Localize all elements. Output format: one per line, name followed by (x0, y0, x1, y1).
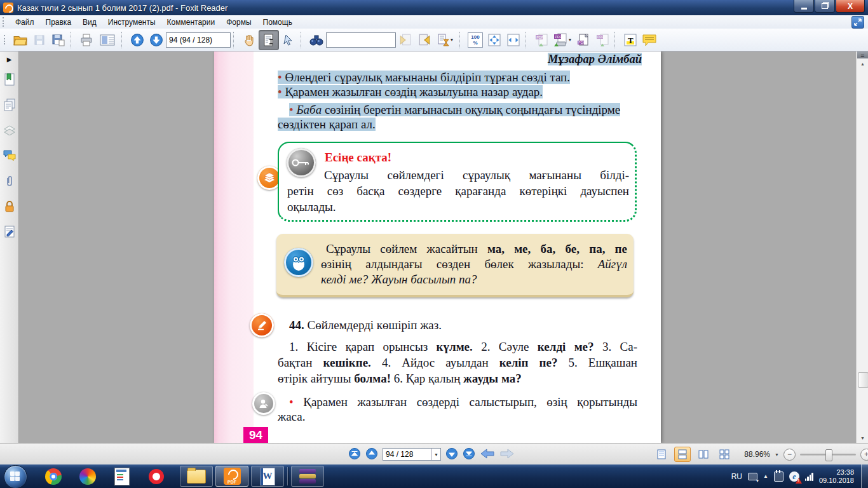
start-button[interactable] (4, 465, 27, 488)
antivirus-alert-icon[interactable]: e (789, 471, 799, 482)
chrome-icon (45, 468, 62, 485)
go-back-button[interactable] (480, 448, 495, 461)
combine-pdf-button[interactable]: PDF (593, 30, 612, 50)
fullscreen-toggle-button[interactable] (851, 16, 864, 29)
scroll-up-button[interactable]: ▲ (857, 59, 868, 69)
select-text-tool-button[interactable] (259, 30, 279, 50)
print-preview-button[interactable] (96, 30, 119, 50)
taskbar-setup-button[interactable] (105, 466, 139, 487)
taskbar-winrar-button[interactable] (291, 466, 324, 487)
menu-tools[interactable]: Инструменты (102, 17, 161, 28)
fit-width-button[interactable] (504, 30, 523, 50)
zoom-percentage[interactable]: 88.96% (737, 450, 770, 459)
save-button[interactable] (30, 30, 49, 50)
continuous-facing-view-button[interactable] (716, 447, 733, 462)
search-options-button[interactable]: ▼ (434, 30, 457, 50)
attachments-panel-button[interactable] (0, 168, 18, 194)
expand-panel-button[interactable]: ▶ (0, 51, 18, 67)
split-view-handle[interactable]: ⚌ (857, 51, 868, 58)
page-number-field[interactable] (166, 32, 231, 48)
find-previous-icon (398, 34, 412, 46)
next-page-button[interactable] (147, 30, 166, 50)
text-line: өзінің алдындағы сөзден бөлек жазылады: … (321, 257, 627, 272)
pdf-page[interactable]: Мұзафар Әлімбай • Өлеңдегі сұраулық мағы… (214, 51, 661, 443)
language-indicator[interactable]: RU (731, 472, 742, 481)
menu-view[interactable]: Вид (77, 17, 102, 28)
taskbar-browser-ball-button[interactable] (71, 466, 104, 487)
find-button[interactable] (307, 30, 326, 50)
facing-view-button[interactable] (695, 447, 712, 462)
zoom-in-button[interactable]: + (860, 449, 868, 461)
owl-icon (290, 254, 307, 271)
network-signal-icon[interactable] (805, 472, 813, 481)
clock[interactable]: 23:38 09.10.2018 (819, 468, 854, 485)
single-page-view-button[interactable] (653, 447, 670, 462)
show-desktop-button[interactable] (861, 464, 868, 488)
minimize-button[interactable] (794, 0, 814, 13)
last-page-button[interactable] (463, 447, 475, 462)
removable-device-icon[interactable] (774, 471, 783, 482)
menu-file[interactable]: Файл (10, 17, 40, 28)
next-page-button[interactable] (445, 447, 458, 462)
previous-page-button[interactable] (365, 447, 378, 462)
menu-help[interactable]: Помощь (257, 17, 298, 28)
search-input[interactable] (326, 32, 396, 48)
document-view-area[interactable]: Мұзафар Әлімбай • Өлеңдегі сұраулық мағы… (19, 51, 856, 443)
print-button[interactable] (77, 30, 96, 50)
create-pdf-from-scanner-button[interactable]: PDF▼ (551, 30, 574, 50)
signature-panel-button[interactable] (0, 219, 18, 245)
pages-panel-button[interactable] (0, 92, 18, 118)
exercise-heading: 44. Сөйлемдерді көшіріп жаз. (289, 318, 442, 332)
create-pdf-from-file-button[interactable]: PDF (532, 30, 551, 50)
restore-button[interactable] (815, 0, 835, 13)
find-next-icon (417, 34, 431, 46)
taskbar-explorer-button[interactable] (180, 466, 213, 487)
zoom-dropdown-caret-icon[interactable]: ▼ (775, 452, 779, 457)
taskbar-word-button[interactable]: W (251, 466, 284, 487)
menu-edit[interactable]: Правка (40, 17, 78, 28)
zoom-100-icon: 100 % (468, 32, 483, 48)
taskbar-foxit-button[interactable]: PDF (215, 466, 248, 487)
vertical-scrollbar[interactable]: ⚌ ▲ ▼ (856, 51, 868, 443)
fit-page-button[interactable] (485, 30, 504, 50)
menu-forms[interactable]: Формы (220, 17, 257, 28)
menu-bar: Файл Правка Вид Инструменты Комментарии … (0, 15, 868, 29)
single-page-icon (656, 449, 667, 459)
select-annotation-tool-button[interactable] (279, 30, 298, 50)
keyboard-layout-icon[interactable]: ▼ (748, 473, 757, 480)
create-blank-pdf-button[interactable]: PDF (574, 30, 593, 50)
zoom-out-button[interactable]: − (783, 449, 796, 461)
scrollbar-thumb[interactable] (858, 372, 868, 388)
highlight-text-button[interactable]: T (621, 30, 640, 50)
scroll-down-button[interactable]: ▼ (857, 433, 868, 443)
security-panel-button[interactable] (0, 194, 18, 219)
tray-time: 23:38 (819, 468, 854, 477)
close-button[interactable]: X (836, 0, 865, 13)
actual-size-button[interactable]: 100 % (466, 30, 485, 50)
add-note-button[interactable] (640, 30, 659, 50)
show-hidden-icons-button[interactable]: ▲ (763, 473, 768, 479)
page-number-combo[interactable]: 94 / 128▼ (383, 448, 441, 461)
zoom-slider[interactable] (800, 454, 856, 456)
text-line: келді ме? Жауын басылып па? (321, 272, 627, 287)
layers-panel-button[interactable] (0, 118, 18, 143)
comments-panel-button[interactable] (0, 143, 18, 168)
find-next-button[interactable] (415, 30, 434, 50)
taskbar-opera-button[interactable] (140, 466, 173, 487)
bookmarks-panel-button[interactable] (0, 67, 18, 92)
toolbar-separator (526, 32, 529, 48)
previous-page-button[interactable] (128, 30, 147, 50)
zoom-slider-thumb[interactable] (825, 449, 832, 461)
go-forward-button[interactable] (499, 448, 515, 461)
save-as-button[interactable] (49, 30, 68, 50)
open-file-button[interactable] (11, 30, 30, 50)
hand-tool-button[interactable] (240, 30, 259, 50)
menu-comments[interactable]: Комментарии (161, 17, 221, 28)
find-previous-button[interactable] (396, 30, 415, 50)
first-page-button[interactable] (348, 447, 361, 462)
exercise-sentences: 1. Кісіге қарап орынсыз күлме. 2. Сәуле … (278, 339, 637, 386)
remember-box-title: Есіңе сақта! (325, 151, 391, 165)
fullscreen-arrows-icon (854, 18, 862, 26)
continuous-view-button[interactable] (674, 447, 691, 462)
taskbar-chrome-button[interactable] (37, 466, 70, 487)
